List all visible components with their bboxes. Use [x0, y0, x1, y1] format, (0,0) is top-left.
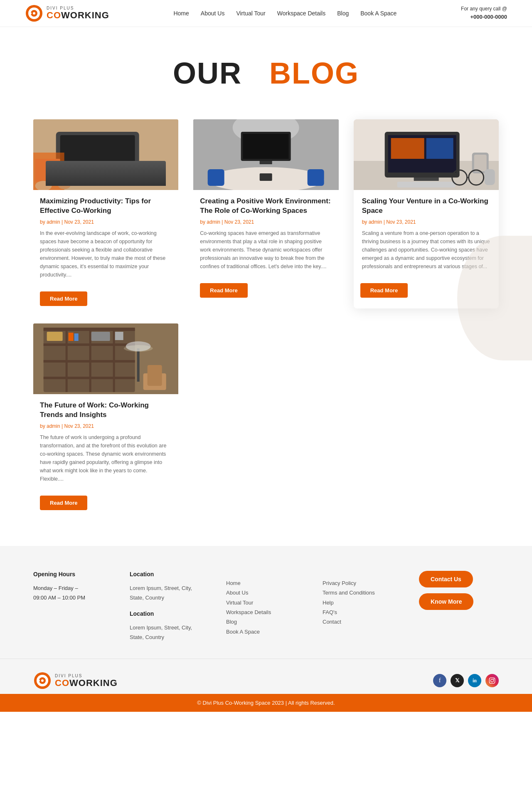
nav-virtual-tour[interactable]: Virtual Tour	[236, 10, 265, 17]
svg-rect-61	[489, 678, 495, 684]
logo-icon	[25, 4, 43, 22]
footer-col-location: Location Lorem Ipsum, Street, City,State…	[130, 571, 209, 642]
card-2-image	[193, 119, 338, 190]
card-1-image	[33, 119, 178, 190]
logo[interactable]: DIVI PLUS COWORKING	[25, 4, 109, 22]
footer-bottom: DIVI PLUS COWORKING f 𝕏 in	[0, 659, 532, 694]
footer-nav-virtual-tour[interactable]: Virtual Tour	[226, 598, 306, 607]
svg-rect-49	[91, 332, 110, 341]
nav-about[interactable]: About Us	[201, 10, 225, 17]
footer-contact-link[interactable]: Contact	[323, 617, 402, 627]
facebook-icon[interactable]: f	[433, 674, 446, 687]
footer-nav-workspace[interactable]: Workspace Details	[226, 607, 306, 617]
card-1-read-more[interactable]: Read More	[40, 291, 87, 306]
card-3-image	[354, 119, 499, 190]
footer-logo-coworking: COWORKING	[55, 678, 118, 688]
logo-text: DIVI PLUS COWORKING	[47, 6, 109, 20]
blog-grid-bottom: The Future of Work: Co-Working Trends an…	[33, 323, 499, 513]
svg-rect-22	[260, 173, 272, 181]
card-3-read-more[interactable]: Read More	[360, 283, 408, 298]
svg-rect-29	[426, 138, 453, 159]
blog-card-2: Creating a Positive Work Environment: Th…	[193, 119, 338, 308]
svg-point-12	[58, 181, 71, 189]
svg-rect-7	[60, 135, 135, 177]
footer-logo-text: DIVI PLUS COWORKING	[55, 674, 118, 688]
footer-help[interactable]: Help	[323, 598, 402, 607]
svg-rect-4	[29, 12, 32, 14]
card-1-title: Maximizing Productivity: Tips for Effect…	[40, 197, 172, 216]
hero-blog: BLOG	[269, 57, 359, 90]
svg-rect-47	[69, 333, 74, 341]
card-4-read-more[interactable]: Read More	[40, 496, 87, 510]
linkedin-icon[interactable]: in	[468, 674, 481, 687]
card-4-excerpt: The future of work is undergoing a profo…	[40, 433, 172, 483]
nav-book-space[interactable]: Book A Space	[360, 10, 397, 17]
card-2-body: Creating a Positive Work Environment: Th…	[193, 190, 338, 281]
svg-rect-45	[113, 328, 115, 392]
footer-logo[interactable]: DIVI PLUS COWORKING	[33, 671, 118, 690]
twitter-icon[interactable]: 𝕏	[451, 674, 464, 687]
header-contact: For any query call @ +000-000-0000	[461, 5, 507, 22]
svg-rect-10	[35, 159, 60, 182]
footer-location1-title: Location	[130, 571, 209, 577]
page-title: OUR BLOG	[8, 56, 524, 90]
svg-rect-17	[243, 134, 289, 159]
blog-card-1: Maximizing Productivity: Tips for Effect…	[33, 119, 178, 308]
svg-rect-36	[484, 169, 495, 185]
main-nav: Home About Us Virtual Tour Workspace Det…	[173, 10, 397, 17]
svg-point-55	[124, 345, 153, 352]
svg-rect-20	[208, 169, 224, 186]
nav-workspace-details[interactable]: Workspace Details	[277, 10, 325, 17]
card-3-title: Scaling Your Venture in a Co-Working Spa…	[362, 197, 490, 216]
blog-grid-top: Maximizing Productivity: Tips for Effect…	[33, 119, 499, 308]
footer-nav-book[interactable]: Book A Space	[226, 627, 306, 637]
footer-col-legal: Privacy Policy Terms and Conditions Help…	[323, 571, 402, 642]
card-4-meta: by admin | Nov 23, 2021	[40, 423, 172, 429]
contact-us-button[interactable]: Contact Us	[419, 571, 473, 587]
svg-rect-8	[48, 180, 156, 184]
footer-location1-value: Lorem Ipsum, Street, City,State, Country	[130, 583, 209, 603]
blog-card-4: The Future of Work: Co-Working Trends an…	[33, 323, 178, 513]
svg-point-59	[41, 679, 44, 682]
page-hero: OUR BLOG	[0, 27, 532, 111]
svg-rect-18	[260, 161, 272, 164]
hero-our: OUR	[173, 57, 242, 90]
footer-hours-title: Opening Hours	[33, 571, 113, 577]
svg-rect-54	[148, 365, 162, 386]
footer-privacy[interactable]: Privacy Policy	[323, 578, 402, 588]
footer-col-hours: Opening Hours Monday – Friday –09:00 AM …	[33, 571, 113, 642]
nav-home[interactable]: Home	[173, 10, 189, 17]
card-3-meta: by admin | Nov 23, 2021	[362, 219, 490, 225]
footer-buttons: Contact Us Know More	[419, 571, 499, 610]
know-more-button[interactable]: Know More	[419, 593, 473, 610]
card-4-image	[33, 323, 178, 394]
footer-location2-title: Location	[130, 610, 209, 617]
svg-rect-48	[74, 333, 79, 341]
footer-main: Opening Hours Monday – Friday –09:00 AM …	[0, 546, 532, 659]
contact-label: For any query call @	[461, 5, 507, 13]
footer-hours-value: Monday – Friday –09:00 AM – 10:00 PM	[33, 583, 113, 603]
card-4-title: The Future of Work: Co-Working Trends an…	[40, 401, 172, 420]
footer-nav-blog[interactable]: Blog	[226, 617, 306, 627]
footer-faq[interactable]: FAQ's	[323, 607, 402, 617]
nav-blog[interactable]: Blog	[337, 10, 349, 17]
card-1-meta: by admin | Nov 23, 2021	[40, 219, 172, 225]
card-2-read-more[interactable]: Read More	[200, 283, 247, 298]
svg-rect-21	[308, 169, 324, 186]
footer-col-nav: Home About Us Virtual Tour Workspace Det…	[226, 571, 306, 642]
svg-point-63	[493, 679, 494, 680]
contact-phone: +000-000-0000	[461, 13, 507, 22]
svg-rect-50	[115, 332, 123, 340]
footer-col-buttons: Contact Us Know More	[419, 571, 499, 642]
card-1-excerpt: In the ever-evolving landscape of work, …	[40, 229, 172, 279]
footer-logo-icon	[33, 671, 52, 690]
copyright-text: © Divi Plus Co-Working Space 2023 | All …	[197, 700, 335, 706]
instagram-icon[interactable]	[485, 674, 499, 687]
svg-rect-27	[414, 178, 438, 181]
footer-nav-home[interactable]: Home	[226, 578, 306, 588]
svg-rect-46	[47, 332, 63, 341]
footer-terms[interactable]: Terms and Conditions	[323, 588, 402, 597]
svg-point-62	[491, 679, 494, 682]
svg-rect-44	[89, 328, 91, 392]
footer-nav-about[interactable]: About Us	[226, 588, 306, 597]
